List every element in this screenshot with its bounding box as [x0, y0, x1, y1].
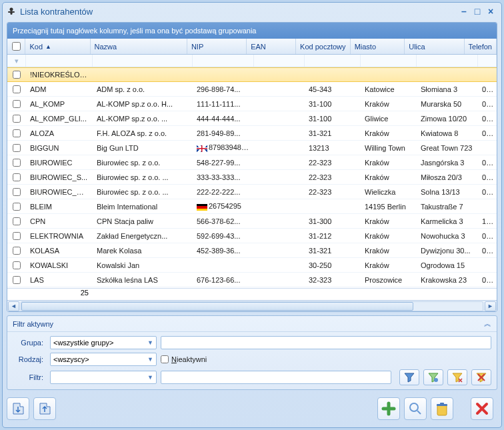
row-checkbox[interactable] — [13, 159, 21, 167]
horizontal-scrollbar[interactable]: ◄ ► — [7, 300, 497, 311]
nieaktywni-checkbox[interactable]: Nieaktywni — [161, 355, 207, 363]
row-checkbox[interactable] — [13, 247, 21, 255]
titlebar[interactable]: Lista kontrahentów – □ × — [3, 3, 501, 20]
window-title: Lista kontrahentów — [20, 7, 93, 17]
group-by-bar[interactable]: Przeciągnij tutaj nagłówek kolumny, jeśl… — [7, 23, 497, 39]
row-checkbox[interactable] — [13, 129, 21, 137]
row-checkbox[interactable] — [13, 188, 21, 196]
column-kod-pocztowy[interactable]: Kod pocztowy — [296, 39, 351, 54]
filtr-combo[interactable]: ▼ — [50, 371, 157, 384]
cell-kod: BIGGUN — [26, 144, 93, 152]
cell-pocz: 31-212 — [305, 232, 361, 240]
filtr-input-extension[interactable] — [161, 371, 391, 384]
svg-rect-6 — [440, 403, 444, 405]
cell-miasto: Kraków — [361, 173, 417, 181]
table-row[interactable]: BIGGUNBig Gun LTD879839482...13213Willin… — [7, 141, 497, 155]
table-row[interactable]: BIUROWIEC_S...Biurowiec sp. z o.o. ...33… — [7, 170, 497, 185]
row-checkbox[interactable] — [13, 276, 21, 284]
table-row[interactable]: BLEIMBleim International2675429514195 Be… — [7, 199, 497, 214]
cell-miasto: Katowice — [361, 85, 417, 93]
filter-builder-button[interactable] — [423, 369, 443, 385]
import-button[interactable] — [33, 397, 56, 420]
filter-panel-title: Filtr aktywny — [13, 320, 53, 328]
table-row[interactable]: ALOZAF.H. ALOZA sp. z o.o.281-949-89...3… — [7, 126, 497, 141]
row-checkbox[interactable] — [13, 115, 21, 123]
cell-miasto: Proszowice — [361, 276, 417, 284]
cell-nip: 296-898-74... — [193, 85, 254, 93]
table-row[interactable]: ELEKTROWNIAZakład Energetyczn...592-699-… — [7, 229, 497, 243]
table-row[interactable]: !NIEOKREŚLONY! — [7, 67, 497, 82]
scroll-right-button[interactable]: ► — [485, 301, 496, 311]
table-row[interactable]: BIUROWIECBiurowiec sp. z o.o.548-227-99.… — [7, 155, 497, 170]
nieaktywni-label: ieaktywni — [177, 355, 207, 363]
cell-miasto: Kraków — [361, 232, 417, 240]
collapse-icon[interactable]: ︽ — [484, 319, 491, 329]
column-nazwa[interactable]: Nazwa — [91, 39, 187, 54]
cell-kod: CPN — [26, 217, 93, 225]
filter-funnel-icon[interactable]: ▾ — [7, 55, 26, 67]
close-window-button[interactable] — [471, 397, 493, 420]
row-checkbox[interactable] — [13, 85, 21, 93]
add-button[interactable] — [377, 397, 400, 420]
cell-ulica: Great Town 723 — [417, 144, 478, 152]
row-checkbox[interactable] — [13, 173, 21, 181]
filter-panel-header[interactable]: Filtr aktywny ︽ — [7, 316, 497, 332]
table-row[interactable]: CPNCPN Stacja paliw566-378-62...31-300Kr… — [7, 214, 497, 229]
table-row[interactable]: BIUROWIEC_W...Biurowiec sp. z o.o. ...22… — [7, 185, 497, 199]
cell-ulica: Jasngórska 3 — [417, 159, 478, 167]
cell-nip: 566-378-62... — [193, 217, 254, 225]
cell-chk — [7, 71, 26, 79]
table-row[interactable]: ADMADM sp. z o.o.296-898-74...45-343Kato… — [7, 82, 497, 97]
row-checkbox[interactable] — [13, 100, 21, 108]
auto-filter-row[interactable]: ▾ — [7, 55, 497, 67]
grupa-text[interactable] — [161, 336, 491, 349]
rodzaj-combo[interactable]: <wszyscy>▼ — [50, 353, 157, 366]
cell-nip: 879839482... — [193, 143, 254, 151]
row-checkbox[interactable] — [13, 217, 21, 225]
row-checkbox[interactable] — [13, 203, 21, 211]
cell-miasto: Kraków — [361, 129, 417, 137]
table-row[interactable]: KOWALSKIKowalski Jan30-250KrakówOgrodowa… — [7, 258, 497, 273]
export-button[interactable] — [7, 397, 29, 420]
scroll-track[interactable] — [21, 301, 483, 311]
remove-filter-button[interactable] — [471, 369, 491, 385]
column-kod[interactable]: Kod▲ — [25, 39, 90, 54]
minimize-button[interactable]: – — [457, 6, 471, 17]
search-button[interactable] — [404, 397, 427, 420]
gb-flag-icon — [197, 145, 207, 152]
cell-tel: 012 555-5... — [478, 173, 497, 181]
svg-rect-2 — [8, 11, 15, 13]
column-nip[interactable]: NIP — [187, 39, 247, 54]
cell-miasto: Kraków — [361, 159, 417, 167]
table-row[interactable]: LASSzkółka leśna LAS676-123-66...32-323P… — [7, 273, 497, 287]
cell-nip: 444-44-444... — [193, 115, 254, 123]
table-row[interactable]: KOLASAMarek Kolasa452-389-36...31-321Kra… — [7, 243, 497, 258]
maximize-button[interactable]: □ — [471, 6, 484, 17]
row-checkbox[interactable] — [13, 71, 21, 79]
scroll-thumb[interactable] — [21, 302, 413, 311]
cell-nazwa: Marek Kolasa — [93, 247, 193, 255]
cell-nip: 452-389-36... — [193, 247, 254, 255]
row-checkbox[interactable] — [13, 232, 21, 240]
column-ean[interactable]: EAN — [247, 39, 296, 54]
close-button[interactable]: × — [484, 6, 497, 17]
delete-button[interactable] — [431, 397, 453, 420]
table-row[interactable]: AL_KOMPAL-KOMP sp.z o.o. H...111-11-111.… — [7, 97, 497, 111]
row-checkbox[interactable] — [13, 261, 21, 269]
cell-kod: ADM — [26, 85, 93, 93]
table-row[interactable]: AL_KOMP_GLI...AL-KOMP sp.z o.o. ...444-4… — [7, 111, 497, 126]
select-all-checkbox[interactable] — [12, 42, 21, 51]
column-telefon[interactable]: Telefon — [465, 39, 497, 54]
cell-nazwa: Szkółka leśna LAS — [93, 276, 193, 284]
cell-kod: AL_KOMP_GLI... — [26, 115, 93, 123]
column-miasto[interactable]: Miasto — [351, 39, 405, 54]
grupa-combo[interactable]: <wszystkie grupy>▼ — [50, 336, 157, 349]
column-check[interactable] — [7, 39, 25, 54]
clear-filter-button[interactable] — [447, 369, 467, 385]
cell-miasto: Kraków — [361, 100, 417, 108]
scroll-left-button[interactable]: ◄ — [8, 301, 19, 311]
column-ulica[interactable]: Ulica — [405, 39, 464, 54]
apply-filter-button[interactable] — [399, 369, 419, 385]
row-checkbox[interactable] — [13, 144, 21, 152]
grid-body[interactable]: !NIEOKREŚLONY!ADMADM sp. z o.o.296-898-7… — [7, 67, 497, 288]
